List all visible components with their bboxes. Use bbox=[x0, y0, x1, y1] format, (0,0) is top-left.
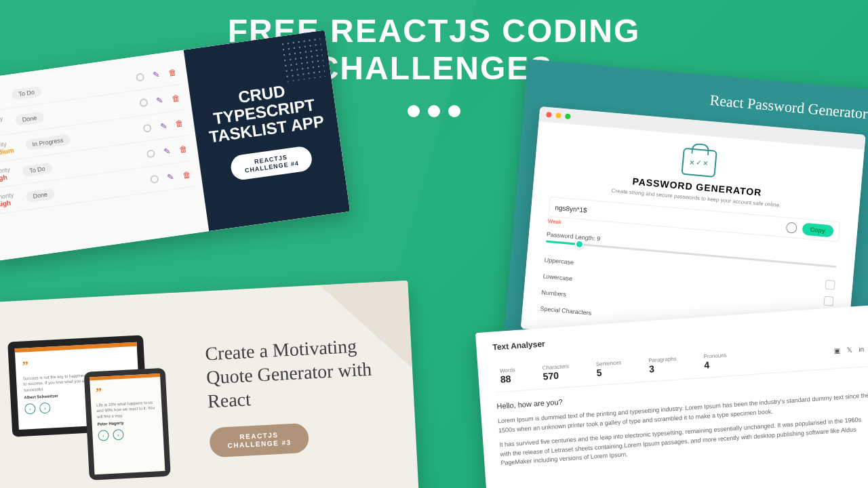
challenge-badge-3: REACTJS CHALLENGE #3 bbox=[209, 422, 309, 458]
delete-icon[interactable]: 🗑 bbox=[171, 93, 182, 104]
facebook-icon[interactable]: ▣ bbox=[833, 347, 840, 355]
tasklist-promo: CRUD Typescript Tasklist App REACTJS CHA… bbox=[184, 30, 351, 231]
status-pill: Done bbox=[15, 111, 44, 126]
stat-item: Words88 bbox=[500, 367, 517, 385]
option-label: Numbers bbox=[541, 289, 566, 298]
stat-value: 88 bbox=[500, 373, 516, 385]
delete-icon[interactable]: 🗑 bbox=[167, 67, 178, 78]
progress-icon bbox=[138, 97, 149, 108]
card-text-analyser: Text Analyser Words88Characters570Senten… bbox=[475, 304, 868, 488]
quote-promo: Create a Motivating Quote Generator with… bbox=[184, 332, 393, 458]
checkbox[interactable] bbox=[825, 280, 835, 290]
twitter-icon[interactable]: 𝕏 bbox=[846, 346, 852, 354]
prev-icon[interactable]: ‹ bbox=[98, 430, 109, 441]
delete-icon[interactable]: 🗑 bbox=[178, 144, 189, 155]
maximize-icon bbox=[565, 113, 571, 119]
edit-icon[interactable]: ✎ bbox=[151, 69, 161, 80]
stat-item: Sentences5 bbox=[595, 359, 622, 378]
title-line-2: CHALLENGES bbox=[315, 50, 553, 86]
edit-icon[interactable]: ✎ bbox=[158, 120, 169, 131]
copy-button[interactable]: Copy bbox=[802, 222, 834, 237]
minimize-icon bbox=[555, 113, 561, 119]
progress-icon bbox=[135, 72, 146, 83]
status-pill: Done bbox=[26, 188, 55, 203]
stat-value: 5 bbox=[596, 365, 623, 378]
status-pill: To Do bbox=[11, 85, 41, 100]
edit-icon[interactable]: ✎ bbox=[155, 95, 165, 106]
stat-value: 570 bbox=[542, 369, 570, 382]
edit-icon[interactable]: ✎ bbox=[161, 146, 172, 157]
promo-heading: CRUD Typescript Tasklist App bbox=[203, 77, 326, 146]
quote-icon: ” bbox=[96, 382, 156, 400]
tablet-author: Peter Hagerty bbox=[98, 420, 157, 427]
status-pill: In Progress bbox=[25, 134, 71, 150]
stat-item: Characters570 bbox=[542, 363, 570, 382]
tasklist-grid: PriorityHighTo Do✎🗑PriorityLowDone✎🗑Prio… bbox=[0, 50, 209, 262]
stat-value: 4 bbox=[704, 358, 728, 370]
edit-icon[interactable]: ✎ bbox=[165, 171, 176, 182]
priority-value: Medium bbox=[0, 146, 14, 157]
challenge-badge-4: REACTJS CHALLENGE #4 bbox=[229, 145, 314, 182]
tablet-quote: Life is 10% what happens to us and 90% h… bbox=[96, 399, 157, 420]
linkedin-icon[interactable]: in bbox=[859, 345, 865, 353]
option-label: Special Characters bbox=[540, 305, 592, 317]
refresh-icon[interactable] bbox=[785, 222, 797, 233]
next-icon[interactable]: › bbox=[113, 429, 124, 441]
option-label: Uppercase bbox=[544, 256, 574, 266]
delete-icon[interactable]: 🗑 bbox=[174, 118, 185, 129]
card-quote-generator: ” Success is not the key to happiness. H… bbox=[0, 281, 419, 488]
stat-item: Paragraphs3 bbox=[648, 356, 677, 375]
close-icon bbox=[546, 112, 552, 118]
prev-icon[interactable]: ‹ bbox=[24, 403, 36, 415]
progress-icon bbox=[146, 148, 157, 159]
option-label: Lowercase bbox=[542, 272, 572, 282]
stat-item: Pronouns4 bbox=[703, 352, 728, 370]
progress-icon bbox=[149, 174, 160, 184]
delete-icon[interactable]: 🗑 bbox=[181, 169, 192, 180]
progress-icon bbox=[142, 123, 153, 134]
social-icons: ▣ 𝕏 in bbox=[833, 345, 864, 354]
tablet-mockup: ” Life is 10% what happens to us and 90%… bbox=[84, 368, 171, 481]
priority-value: High bbox=[0, 199, 15, 209]
stat-value: 3 bbox=[649, 362, 677, 375]
quote-heading: Create a Motivating Quote Generator with… bbox=[205, 332, 390, 413]
status-pill: To Do bbox=[22, 162, 52, 177]
priority-value: Low bbox=[0, 122, 4, 132]
priority-value: High bbox=[0, 173, 12, 183]
priority-value: High bbox=[0, 96, 1, 106]
next-icon[interactable]: › bbox=[39, 403, 51, 414]
checkbox[interactable] bbox=[823, 296, 833, 306]
slider-thumb[interactable] bbox=[574, 239, 584, 249]
device-mockups: ” Success is not the key to happiness. H… bbox=[7, 326, 191, 484]
